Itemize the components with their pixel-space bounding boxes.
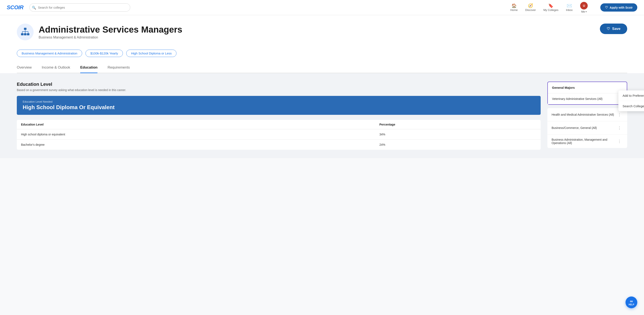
logo[interactable]: SCOIR	[7, 4, 24, 11]
tab-education[interactable]: Education	[80, 62, 98, 73]
section-desc: Based on a government survey asking what…	[17, 88, 541, 92]
svg-rect-0	[24, 28, 26, 30]
tabs-bar: Overview Income & Outlook Education Requ…	[17, 62, 627, 73]
me-label-row: Me ▾	[581, 10, 587, 13]
edu-level-label: Education Level Needed	[23, 100, 535, 103]
save-button[interactable]: ♡ Save	[600, 24, 627, 34]
row-level-1: High school diploma or equivalent	[17, 129, 375, 140]
nav-home[interactable]: 🏠 Home	[510, 4, 518, 12]
table-row: Bachelor's degree 24%	[17, 140, 541, 150]
tag-business[interactable]: Business Management & Administration	[17, 50, 82, 57]
career-tags: Business Management & Administration $10…	[17, 46, 627, 59]
majors-item-label: Veterinary Administrative Services (All)	[552, 97, 602, 101]
nav-inbox-label: Inbox	[566, 9, 573, 12]
row-pct-1: 34%	[375, 129, 541, 140]
education-table: Education Level Percentage High school d…	[17, 120, 541, 150]
me-label: Me	[581, 10, 585, 13]
nav-inbox[interactable]: ✉️ Inbox	[566, 4, 573, 12]
nav-my-colleges[interactable]: 🔖 My Colleges	[544, 4, 558, 12]
context-menu: Add to Preferences Search Colleges	[618, 90, 644, 111]
list-item-health[interactable]: Health and Medical Administrative Servic…	[548, 108, 627, 121]
general-majors-dropdown: General Majors Veterinary Administrative…	[548, 82, 627, 105]
tab-requirements[interactable]: Requirements	[108, 62, 130, 73]
majors-header: General Majors	[548, 82, 627, 93]
discover-icon: 🧭	[528, 4, 533, 8]
section-title: Education Level	[17, 82, 541, 87]
three-dots-icon-admin[interactable]: ⋮	[616, 138, 623, 144]
search-bar: 🔍	[30, 3, 130, 12]
other-majors-list: Health and Medical Administrative Servic…	[548, 108, 627, 148]
col-percentage: Percentage	[375, 120, 541, 129]
education-level-card: Education Level Needed High School Diplo…	[17, 96, 541, 115]
row-pct-2: 24%	[375, 140, 541, 150]
list-item-business-commerce-label: Business/Commerce, General (All)	[552, 126, 597, 130]
svg-rect-1	[21, 33, 24, 35]
search-input[interactable]	[30, 3, 130, 12]
save-label: Save	[612, 27, 620, 31]
tag-salary[interactable]: $100k-$120k Yearly	[86, 50, 123, 57]
save-heart-icon: ♡	[606, 27, 610, 31]
svg-rect-2	[24, 33, 26, 35]
three-dots-icon-commerce[interactable]: ⋮	[616, 125, 623, 131]
apply-with-scoir-button[interactable]: ♡ Apply with Scoir	[600, 3, 637, 12]
home-icon: 🏠	[512, 4, 517, 8]
list-item-business-admin[interactable]: Business Administration, Management and …	[548, 135, 627, 148]
context-menu-search-colleges[interactable]: Search Colleges	[618, 101, 644, 111]
context-menu-add-to-preferences[interactable]: Add to Preferences	[618, 90, 644, 101]
inbox-icon: ✉️	[567, 4, 572, 8]
right-panel: General Majors Veterinary Administrative…	[548, 82, 627, 150]
career-title: Administrative Services Managers	[39, 25, 182, 35]
nav-my-colleges-label: My Colleges	[544, 9, 558, 12]
career-title-block: Administrative Services Managers Busines…	[39, 25, 182, 39]
list-item-health-label: Health and Medical Administrative Servic…	[552, 113, 614, 116]
avatar: U	[580, 2, 588, 10]
list-item-business-commerce[interactable]: Business/Commerce, General (All) ⋮	[548, 121, 627, 135]
career-header-left: Administrative Services Managers Busines…	[17, 24, 182, 40]
svg-rect-3	[27, 33, 30, 35]
col-education-level: Education Level	[17, 120, 375, 129]
bookmark-icon: 🔖	[548, 4, 554, 8]
heart-icon: ♡	[605, 6, 608, 10]
edu-level-value: High School Diploma Or Equivalent	[23, 104, 535, 111]
nav-me[interactable]: U Me ▾	[580, 2, 588, 13]
table-row: High school diploma or equivalent 34%	[17, 129, 541, 140]
career-icon-wrap	[17, 24, 34, 40]
search-icon: 🔍	[32, 6, 36, 10]
nav-home-label: Home	[510, 9, 518, 12]
row-level-2: Bachelor's degree	[17, 140, 375, 150]
three-dots-icon-health[interactable]: ⋮	[616, 111, 623, 118]
left-col: Education Level Based on a government su…	[17, 82, 541, 150]
apply-label: Apply with Scoir	[610, 6, 633, 9]
list-item-business-admin-label: Business Administration, Management and …	[552, 138, 616, 145]
org-chart-icon	[20, 27, 30, 37]
career-subtitle: Business Management & Administration	[39, 36, 182, 39]
tab-overview[interactable]: Overview	[17, 62, 32, 73]
page-content: Administrative Services Managers Busines…	[0, 15, 644, 73]
majors-item-veterinary[interactable]: Veterinary Administrative Services (All)…	[548, 93, 627, 104]
career-header: Administrative Services Managers Busines…	[17, 24, 627, 46]
tab-income-outlook[interactable]: Income & Outlook	[42, 62, 70, 73]
tag-education[interactable]: High School Diploma or Less	[126, 50, 176, 57]
nav-discover[interactable]: 🧭 Discover	[525, 4, 536, 12]
chevron-down-icon: ▾	[586, 11, 587, 13]
main-body: Education Level Based on a government su…	[0, 73, 644, 158]
navbar: SCOIR 🔍 🏠 Home 🧭 Discover 🔖 My Colleges …	[0, 0, 644, 15]
nav-links: 🏠 Home 🧭 Discover 🔖 My Colleges ✉️ Inbox…	[510, 2, 637, 13]
nav-discover-label: Discover	[525, 9, 536, 12]
